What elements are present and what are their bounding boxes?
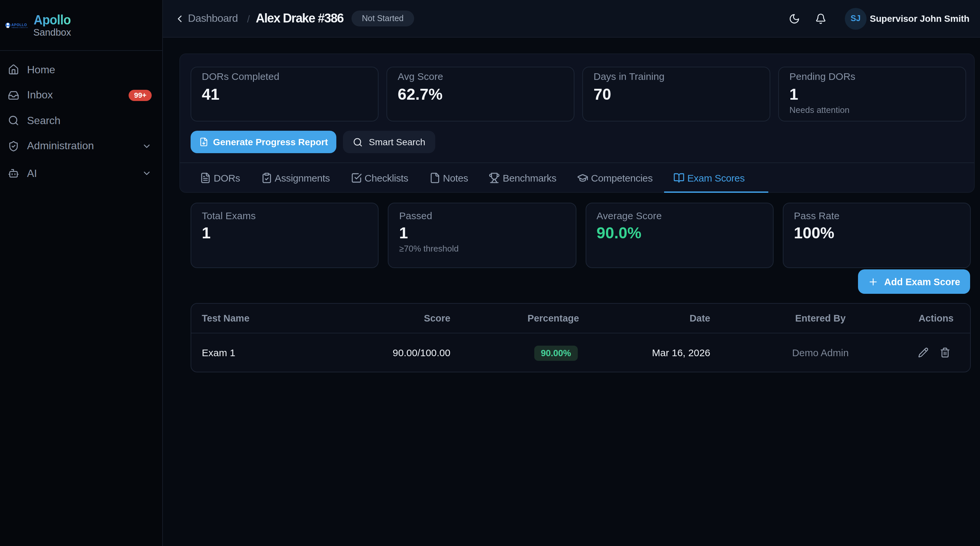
svg-text:APOLLO: APOLLO: [11, 23, 27, 27]
svg-text:TRAINING CONDUCTOR: TRAINING CONDUCTOR: [11, 27, 28, 29]
